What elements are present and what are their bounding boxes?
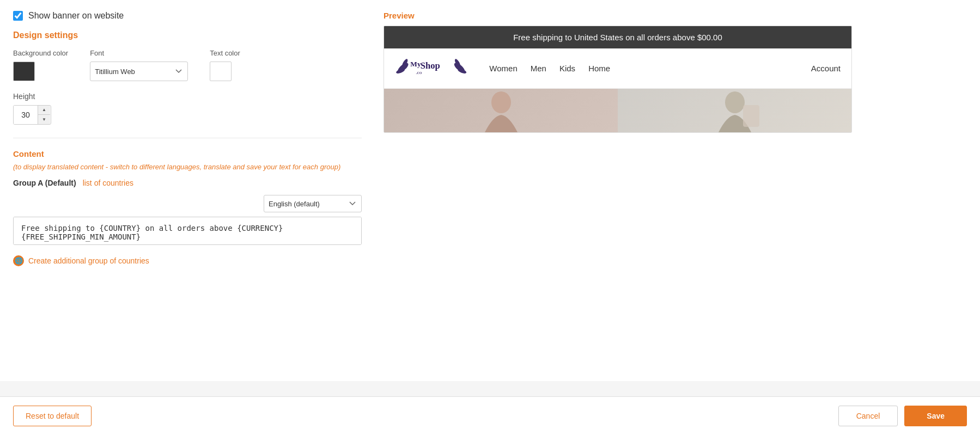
preview-logo: My Shop .co xyxy=(395,54,467,83)
preview-label: Preview xyxy=(384,11,967,20)
svg-text:My: My xyxy=(410,60,421,68)
text-color-field: Text color xyxy=(210,49,240,81)
group-row: Group A (Default) list of countries xyxy=(13,179,362,187)
preview-banner: Free shipping to United States on all or… xyxy=(384,26,851,48)
height-label: Height xyxy=(13,92,362,101)
list-of-countries-link[interactable]: list of countries xyxy=(83,179,133,187)
preview-panel: Preview Free shipping to United States o… xyxy=(384,11,967,277)
preview-nav-kids: Kids xyxy=(559,64,575,73)
height-decrement-button[interactable]: ▼ xyxy=(38,115,50,124)
preview-nav-men: Men xyxy=(531,64,546,73)
preview-person-right xyxy=(702,89,768,132)
design-settings-section: Design settings Background color Font Ti… xyxy=(13,30,362,125)
divider xyxy=(13,138,362,138)
show-banner-checkbox[interactable] xyxy=(13,11,23,21)
background-color-field: Background color xyxy=(13,49,68,81)
svg-rect-11 xyxy=(743,105,759,127)
height-spinner: 30 ▲ ▼ xyxy=(13,105,51,125)
content-section: Content (to display translated content -… xyxy=(13,149,362,266)
height-input[interactable]: 30 xyxy=(14,106,38,124)
content-title: Content xyxy=(13,149,44,158)
globe-icon: 🌐 xyxy=(13,255,24,266)
preview-nav: My Shop .co Women xyxy=(384,48,851,89)
background-color-label: Background color xyxy=(13,49,68,57)
text-color-label: Text color xyxy=(210,49,240,57)
logo-svg: My Shop .co xyxy=(395,54,467,81)
show-banner-label: Show banner on website xyxy=(28,11,124,21)
svg-point-10 xyxy=(725,91,745,113)
preview-image-left xyxy=(384,89,618,132)
svg-text:Shop: Shop xyxy=(421,60,440,71)
svg-text:.co: .co xyxy=(416,70,422,75)
preview-image-right xyxy=(618,89,851,132)
font-field: Font Titillium Web Arial Georgia Verdana… xyxy=(90,49,188,81)
svg-point-9 xyxy=(491,91,511,113)
preview-container: Free shipping to United States on all or… xyxy=(384,26,852,133)
create-group-link-label: Create additional group of countries xyxy=(28,256,149,265)
text-color-swatch[interactable] xyxy=(210,62,232,81)
height-field: Height 30 ▲ ▼ xyxy=(13,92,362,125)
background-color-swatch[interactable] xyxy=(13,62,35,81)
group-label: Group A (Default) xyxy=(13,179,76,187)
preview-nav-women: Women xyxy=(489,64,517,73)
create-group-link[interactable]: 🌐 Create additional group of countries xyxy=(13,255,362,266)
font-label: Font xyxy=(90,49,188,57)
language-select[interactable]: English (default) French German Spanish xyxy=(264,195,362,212)
preview-account: Account xyxy=(811,64,841,73)
content-subtitle: (to display translated content - switch … xyxy=(13,163,340,171)
language-row: English (default) French German Spanish xyxy=(13,195,362,212)
font-select[interactable]: Titillium Web Arial Georgia Verdana Robo… xyxy=(90,62,188,81)
preview-person-left xyxy=(468,89,534,132)
message-input[interactable]: Free shipping to {COUNTRY} on all orders… xyxy=(13,217,362,245)
height-spinner-buttons: ▲ ▼ xyxy=(38,106,50,124)
preview-nav-home: Home xyxy=(588,64,610,73)
preview-nav-links: Women Men Kids Home xyxy=(489,64,811,73)
design-settings-title: Design settings xyxy=(13,30,362,40)
height-increment-button[interactable]: ▲ xyxy=(38,106,50,115)
preview-images xyxy=(384,89,851,132)
